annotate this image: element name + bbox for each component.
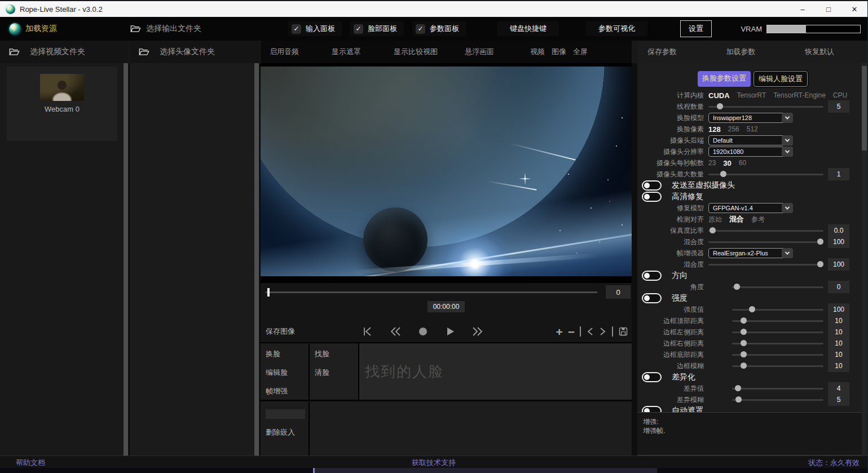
param-slider[interactable] [732,283,823,291]
checkbox-param-panel[interactable]: ✓ 参数面板 [412,21,466,36]
param-dropdown[interactable]: GFPGAN-v1.4 [708,203,793,213]
toggle-switch[interactable] [642,180,662,191]
record-icon[interactable] [418,326,428,337]
chevron-down-icon[interactable] [782,135,793,145]
mode-fullscreen-button[interactable]: 全屏 [573,47,588,57]
param-slider[interactable] [708,103,823,110]
chevron-down-icon[interactable] [782,203,793,213]
checkbox-face-panel[interactable]: ✓ 脸部面板 [350,21,404,36]
zoom-in-icon[interactable]: + [556,326,562,338]
checkbox-input-panel[interactable]: ✓ 输入面板 [288,21,342,36]
slider-thumb[interactable] [817,238,823,245]
tech-support-link[interactable]: 获取技术支持 [412,458,456,468]
next-frame-icon[interactable] [599,327,607,336]
slider-thumb[interactable] [734,284,740,290]
video-preview[interactable] [261,63,632,283]
fast-forward-icon[interactable] [472,326,483,337]
slider-thumb[interactable] [741,351,747,357]
mode-image-button[interactable]: 图像 [552,47,566,57]
option-selected[interactable]: CUDA [708,91,730,100]
option-item[interactable]: TensorRT-Engine [773,91,826,99]
param-dropdown[interactable]: Inswapper128 [708,113,793,123]
parameters-scrollbar[interactable] [862,63,867,456]
option-item[interactable]: CPU [833,91,847,99]
close-button[interactable]: ✕ [841,1,867,17]
option-item[interactable]: 512 [747,125,758,133]
param-slider[interactable] [732,317,823,325]
option-item[interactable]: 256 [728,125,739,133]
edit-face-button[interactable]: 编辑脸 [266,368,309,386]
maximize-button[interactable]: □ [816,1,841,17]
find-face-button[interactable]: 找脸 [315,349,358,368]
load-params-button[interactable]: 加载参数 [726,47,756,57]
param-slider[interactable] [732,306,823,313]
toggle-switch[interactable] [642,372,662,382]
timeline-thumb[interactable] [267,288,270,297]
slider-thumb[interactable] [749,306,755,312]
slider-thumb[interactable] [741,317,747,324]
param-visualization-button[interactable]: 参数可视化 [586,21,647,36]
skip-start-icon[interactable] [362,326,373,337]
rewind-icon[interactable] [390,326,401,337]
slider-thumb[interactable] [817,261,823,267]
slider-thumb[interactable] [741,340,747,346]
slider-thumb[interactable] [735,385,741,391]
face-library-scrollbar[interactable] [254,63,259,456]
param-slider[interactable] [732,396,823,404]
zoom-out-icon[interactable]: − [568,326,575,338]
restore-defaults-button[interactable]: 恢复默认 [805,47,834,57]
param-dropdown[interactable]: RealEsrgan-x2-Plus [708,248,793,258]
minimize-button[interactable]: – [790,1,816,17]
chevron-down-icon[interactable] [782,113,793,123]
select-video-folder-button[interactable]: 选择视频文件夹 [0,41,129,63]
option-item[interactable]: 23 [708,159,716,167]
param-dropdown[interactable]: 1920x1080 [708,147,793,157]
option-item[interactable]: 原始 [708,215,722,224]
keyboard-shortcuts-button[interactable]: 键盘快捷键 [497,21,559,36]
slider-thumb[interactable] [717,103,723,109]
embedding-input[interactable] [266,409,305,419]
param-slider[interactable] [732,384,823,392]
chevron-down-icon[interactable] [782,248,793,258]
param-slider[interactable] [732,351,823,359]
option-selected[interactable]: 128 [708,125,721,134]
toggle-switch[interactable] [642,192,662,202]
save-params-button[interactable]: 保存参数 [647,47,677,57]
tab-swap-params[interactable]: 换脸参数设置 [698,71,751,87]
show-mask-button[interactable]: 显示遮罩 [332,47,361,57]
swap-face-button[interactable]: 换脸 [266,349,309,368]
param-slider[interactable] [732,362,823,370]
mode-video-button[interactable]: 视频 [530,47,545,57]
prev-frame-icon[interactable] [586,327,594,336]
param-dropdown[interactable]: Default [708,135,793,145]
param-slider[interactable] [708,170,823,178]
param-slider[interactable] [708,227,823,235]
toggle-switch[interactable] [642,406,662,412]
param-slider[interactable] [732,328,823,336]
timeline-slider[interactable] [266,291,597,293]
tab-edit-face[interactable]: 编辑人脸设置 [754,71,808,87]
chevron-down-icon[interactable] [782,147,793,157]
toggle-switch[interactable] [642,293,662,303]
slider-thumb[interactable] [741,363,747,369]
float-window-button[interactable]: 悬浮画面 [465,47,494,57]
load-resources-button[interactable]: 加载资源 [9,23,130,35]
slider-thumb[interactable] [741,329,747,335]
clear-face-button[interactable]: 清脸 [315,368,358,386]
option-selected[interactable]: 混合 [729,214,744,224]
param-slider[interactable] [708,260,823,268]
video-library-scrollbar[interactable] [124,63,128,456]
help-docs-link[interactable]: 帮助文档 [16,458,45,468]
slider-thumb[interactable] [720,171,726,177]
option-item[interactable]: TensorRT [737,91,766,99]
settings-button[interactable]: 设置 [680,20,712,37]
enable-audio-button[interactable]: 启用音频 [270,47,299,57]
select-face-folder-button[interactable]: 选择头像文件夹 [130,41,259,63]
save-image-button[interactable]: 保存图像 [266,326,295,337]
delete-embedding-button[interactable]: 删除嵌入 [266,427,309,437]
save-frame-icon[interactable] [618,326,628,337]
slider-thumb[interactable] [710,227,716,233]
play-icon[interactable] [445,326,455,337]
show-compare-button[interactable]: 显示比较视图 [394,47,438,57]
param-slider[interactable] [732,339,823,347]
